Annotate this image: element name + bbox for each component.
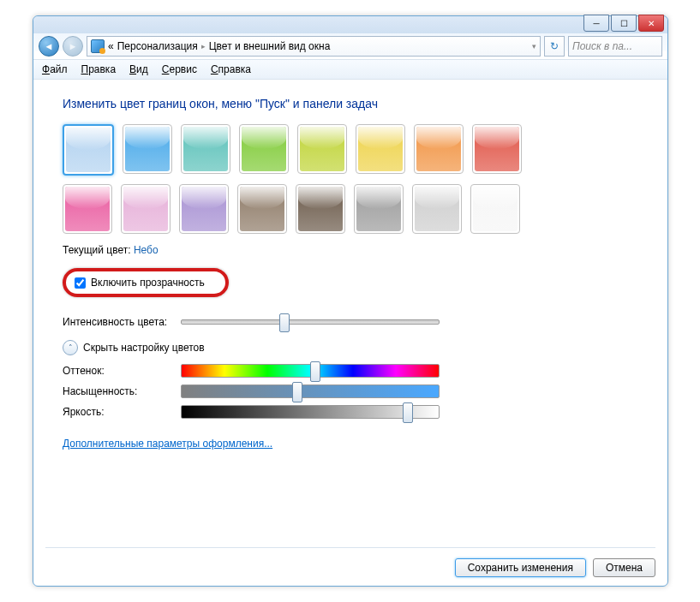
color-mixer-expander[interactable]: ˄ Скрыть настройку цветов [63, 340, 638, 355]
page-title: Изменить цвет границ окон, меню "Пуск" и… [63, 97, 638, 110]
color-swatch[interactable] [472, 124, 522, 174]
menu-file[interactable]: Файл [42, 63, 68, 75]
brightness-thumb[interactable] [403, 402, 413, 423]
minimize-button[interactable]: ─ [583, 15, 609, 32]
menu-view[interactable]: Вид [129, 63, 148, 75]
menu-edit[interactable]: Правка [81, 63, 117, 75]
footer: Сохранить изменения Отмена [45, 547, 655, 577]
hue-row: Оттенок: [63, 364, 638, 378]
transparency-label[interactable]: Включить прозрачность [91, 277, 205, 289]
intensity-thumb[interactable] [279, 313, 290, 332]
maximize-icon: ☐ [620, 19, 628, 28]
current-color-value: Небо [134, 244, 159, 256]
nav-forward-button[interactable]: ► [63, 36, 83, 57]
hue-thumb[interactable] [310, 361, 320, 382]
brightness-slider[interactable] [181, 405, 440, 419]
brightness-row: Яркость: [63, 405, 638, 419]
hue-label: Оттенок: [63, 365, 174, 377]
color-swatch[interactable] [237, 184, 287, 234]
intensity-row: Интенсивность цвета: [63, 316, 638, 328]
transparency-highlight: Включить прозрачность [63, 268, 229, 297]
color-swatch[interactable] [179, 184, 229, 234]
refresh-button[interactable]: ↻ [544, 36, 565, 57]
color-swatch[interactable] [414, 124, 464, 174]
color-swatch[interactable] [296, 184, 345, 234]
intensity-label: Интенсивность цвета: [63, 316, 174, 328]
titlebar[interactable]: ─ ☐ ✕ [33, 16, 667, 33]
color-swatch[interactable] [123, 124, 172, 174]
menu-tools[interactable]: Сервис [162, 63, 197, 75]
expander-label: Скрыть настройку цветов [83, 342, 205, 354]
close-button[interactable]: ✕ [638, 15, 664, 32]
color-swatch[interactable] [239, 124, 289, 174]
color-swatch[interactable] [63, 184, 112, 234]
intensity-slider[interactable] [181, 319, 440, 325]
breadcrumb-personalization[interactable]: Персонализация [117, 40, 198, 52]
color-swatch[interactable] [121, 184, 171, 234]
current-color-row: Текущий цвет: Небо [63, 244, 638, 256]
color-swatch[interactable] [356, 124, 405, 174]
save-button[interactable]: Сохранить изменения [455, 558, 586, 577]
color-swatch[interactable] [470, 184, 520, 234]
address-bar[interactable]: « Персонализация ▸ Цвет и внешний вид ок… [87, 36, 541, 57]
saturation-slider[interactable] [181, 384, 440, 398]
advanced-appearance-link[interactable]: Дополнительные параметры оформления... [63, 438, 272, 450]
menubar: Файл Правка Вид Сервис Справка [33, 60, 667, 80]
search-input[interactable]: Поиск в па... [568, 36, 662, 57]
color-swatch[interactable] [181, 124, 230, 174]
color-swatch-grid [63, 124, 559, 234]
chevron-up-icon: ˄ [63, 340, 78, 355]
current-color-label: Текущий цвет: [63, 244, 131, 256]
saturation-label: Насыщенность: [63, 385, 174, 397]
saturation-row: Насыщенность: [63, 384, 638, 398]
menu-help[interactable]: Справка [211, 63, 251, 75]
search-placeholder: Поиск в па... [572, 40, 632, 52]
color-swatch[interactable] [412, 184, 462, 234]
hue-slider[interactable] [181, 364, 440, 378]
breadcrumb-prefix: « [108, 40, 114, 52]
maximize-button[interactable]: ☐ [611, 15, 637, 32]
chevron-right-icon[interactable]: ▸ [201, 42, 206, 51]
color-swatch[interactable] [63, 124, 114, 176]
navbar: ◄ ► « Персонализация ▸ Цвет и внешний ви… [33, 33, 667, 60]
personalization-icon [91, 39, 105, 53]
minimize-icon: ─ [593, 19, 599, 28]
chevron-down-icon[interactable]: ▾ [532, 42, 536, 51]
color-swatch[interactable] [354, 184, 404, 234]
nav-back-button[interactable]: ◄ [39, 36, 59, 57]
color-swatch[interactable] [297, 124, 347, 174]
close-icon: ✕ [648, 19, 655, 28]
breadcrumb-window-color[interactable]: Цвет и внешний вид окна [209, 40, 331, 52]
content: Изменить цвет границ окон, меню "Пуск" и… [33, 80, 667, 450]
arrow-left-icon: ◄ [45, 41, 54, 51]
arrow-right-icon: ► [69, 41, 78, 51]
brightness-label: Яркость: [63, 406, 174, 418]
cancel-button[interactable]: Отмена [593, 558, 655, 577]
refresh-icon: ↻ [550, 40, 559, 52]
transparency-checkbox[interactable] [75, 277, 86, 289]
window: ─ ☐ ✕ ◄ ► « Персонализация ▸ Цвет и внеш… [33, 15, 668, 587]
saturation-thumb[interactable] [292, 382, 302, 402]
